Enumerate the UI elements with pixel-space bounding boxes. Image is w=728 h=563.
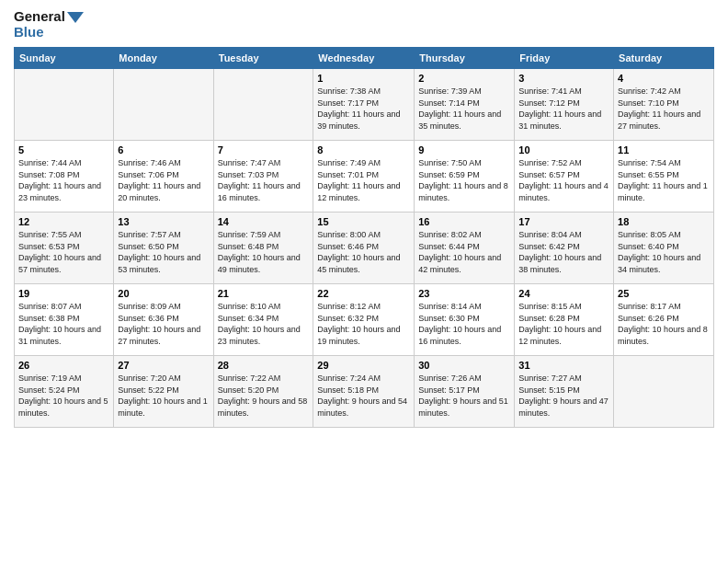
day-number: 1 [317,73,410,84]
day-cell: 21Sunrise: 8:10 AM Sunset: 6:34 PM Dayli… [213,284,313,356]
day-cell: 27Sunrise: 7:20 AM Sunset: 5:22 PM Dayli… [114,356,213,428]
day-cell: 31Sunrise: 7:27 AM Sunset: 5:15 PM Dayli… [515,356,614,428]
day-info: Sunrise: 7:49 AM Sunset: 7:01 PM Dayligh… [317,157,410,203]
day-number: 22 [317,288,410,299]
svg-marker-0 [67,12,84,23]
column-header-wednesday: Wednesday [313,48,415,69]
day-number: 3 [518,73,609,84]
day-number: 24 [518,288,609,299]
day-number: 23 [418,288,510,299]
day-info: Sunrise: 8:02 AM Sunset: 6:44 PM Dayligh… [418,229,510,275]
week-row-3: 12Sunrise: 7:55 AM Sunset: 6:53 PM Dayli… [15,213,714,284]
day-number: 6 [118,144,209,155]
day-number: 27 [118,360,209,371]
day-cell: 15Sunrise: 8:00 AM Sunset: 6:46 PM Dayli… [313,213,415,284]
day-number: 7 [218,144,310,155]
day-info: Sunrise: 8:00 AM Sunset: 6:46 PM Dayligh… [317,229,410,275]
day-info: Sunrise: 8:10 AM Sunset: 6:34 PM Dayligh… [218,301,310,347]
day-cell: 4Sunrise: 7:42 AM Sunset: 7:10 PM Daylig… [614,69,714,141]
day-cell: 25Sunrise: 8:17 AM Sunset: 6:26 PM Dayli… [614,284,714,356]
day-cell: 3Sunrise: 7:41 AM Sunset: 7:12 PM Daylig… [515,69,614,141]
day-info: Sunrise: 7:50 AM Sunset: 6:59 PM Dayligh… [418,157,510,203]
day-cell: 24Sunrise: 8:15 AM Sunset: 6:28 PM Dayli… [515,284,614,356]
day-cell: 29Sunrise: 7:24 AM Sunset: 5:18 PM Dayli… [313,356,415,428]
day-info: Sunrise: 7:57 AM Sunset: 6:50 PM Dayligh… [118,229,209,275]
day-cell: 2Sunrise: 7:39 AM Sunset: 7:14 PM Daylig… [415,69,515,141]
day-info: Sunrise: 7:42 AM Sunset: 7:10 PM Dayligh… [618,86,710,132]
logo: General Blue [14,9,84,40]
week-row-2: 5Sunrise: 7:44 AM Sunset: 7:08 PM Daylig… [15,141,714,213]
day-info: Sunrise: 7:24 AM Sunset: 5:18 PM Dayligh… [317,373,410,419]
day-cell: 13Sunrise: 7:57 AM Sunset: 6:50 PM Dayli… [114,213,213,284]
day-cell: 11Sunrise: 7:54 AM Sunset: 6:55 PM Dayli… [614,141,714,213]
day-cell: 9Sunrise: 7:50 AM Sunset: 6:59 PM Daylig… [415,141,515,213]
header-row: SundayMondayTuesdayWednesdayThursdayFrid… [15,48,714,69]
day-info: Sunrise: 8:15 AM Sunset: 6:28 PM Dayligh… [518,301,609,347]
day-info: Sunrise: 7:44 AM Sunset: 7:08 PM Dayligh… [18,157,109,203]
week-row-5: 26Sunrise: 7:19 AM Sunset: 5:24 PM Dayli… [15,356,714,428]
day-cell: 16Sunrise: 8:02 AM Sunset: 6:44 PM Dayli… [415,213,515,284]
day-info: Sunrise: 7:52 AM Sunset: 6:57 PM Dayligh… [518,157,609,203]
day-cell [114,69,213,141]
day-info: Sunrise: 8:14 AM Sunset: 6:30 PM Dayligh… [418,301,510,347]
day-info: Sunrise: 7:47 AM Sunset: 7:03 PM Dayligh… [218,157,310,203]
column-header-sunday: Sunday [15,48,114,69]
day-cell: 30Sunrise: 7:26 AM Sunset: 5:17 PM Dayli… [415,356,515,428]
column-header-friday: Friday [515,48,614,69]
day-number: 8 [317,144,410,155]
day-cell: 8Sunrise: 7:49 AM Sunset: 7:01 PM Daylig… [313,141,415,213]
day-number: 10 [518,144,609,155]
day-number: 5 [18,144,109,155]
day-number: 25 [618,288,710,299]
column-header-monday: Monday [114,48,213,69]
day-number: 26 [18,360,109,371]
day-info: Sunrise: 7:38 AM Sunset: 7:17 PM Dayligh… [317,86,410,132]
day-cell [213,69,313,141]
day-info: Sunrise: 8:05 AM Sunset: 6:40 PM Dayligh… [618,229,710,275]
day-number: 28 [218,360,310,371]
week-row-1: 1Sunrise: 7:38 AM Sunset: 7:17 PM Daylig… [15,69,714,141]
day-cell: 19Sunrise: 8:07 AM Sunset: 6:38 PM Dayli… [15,284,114,356]
day-number: 2 [418,73,510,84]
day-info: Sunrise: 7:54 AM Sunset: 6:55 PM Dayligh… [618,157,710,203]
day-number: 29 [317,360,410,371]
day-cell: 10Sunrise: 7:52 AM Sunset: 6:57 PM Dayli… [515,141,614,213]
day-cell: 1Sunrise: 7:38 AM Sunset: 7:17 PM Daylig… [313,69,415,141]
day-cell: 18Sunrise: 8:05 AM Sunset: 6:40 PM Dayli… [614,213,714,284]
day-cell: 7Sunrise: 7:47 AM Sunset: 7:03 PM Daylig… [213,141,313,213]
day-number: 12 [18,216,109,227]
day-cell: 28Sunrise: 7:22 AM Sunset: 5:20 PM Dayli… [213,356,313,428]
day-cell: 22Sunrise: 8:12 AM Sunset: 6:32 PM Dayli… [313,284,415,356]
column-header-tuesday: Tuesday [213,48,313,69]
day-number: 21 [218,288,310,299]
day-cell: 12Sunrise: 7:55 AM Sunset: 6:53 PM Dayli… [15,213,114,284]
day-cell: 14Sunrise: 7:59 AM Sunset: 6:48 PM Dayli… [213,213,313,284]
day-info: Sunrise: 7:22 AM Sunset: 5:20 PM Dayligh… [218,373,310,419]
day-number: 30 [418,360,510,371]
header: General Blue [14,9,714,40]
day-number: 20 [118,288,209,299]
day-number: 4 [618,73,710,84]
day-info: Sunrise: 7:46 AM Sunset: 7:06 PM Dayligh… [118,157,209,203]
day-cell: 23Sunrise: 8:14 AM Sunset: 6:30 PM Dayli… [415,284,515,356]
day-info: Sunrise: 7:26 AM Sunset: 5:17 PM Dayligh… [418,373,510,419]
calendar-container: General Blue SundayMondayTuesdayWednesda… [0,0,728,563]
day-info: Sunrise: 7:27 AM Sunset: 5:15 PM Dayligh… [518,373,609,419]
day-number: 31 [518,360,609,371]
day-number: 17 [518,216,609,227]
column-header-saturday: Saturday [614,48,714,69]
day-info: Sunrise: 7:19 AM Sunset: 5:24 PM Dayligh… [18,373,109,419]
day-info: Sunrise: 7:59 AM Sunset: 6:48 PM Dayligh… [218,229,310,275]
day-cell: 6Sunrise: 7:46 AM Sunset: 7:06 PM Daylig… [114,141,213,213]
day-info: Sunrise: 8:04 AM Sunset: 6:42 PM Dayligh… [518,229,609,275]
logo-wordmark: General Blue [14,9,84,40]
column-header-thursday: Thursday [415,48,515,69]
day-number: 14 [218,216,310,227]
day-cell: 5Sunrise: 7:44 AM Sunset: 7:08 PM Daylig… [15,141,114,213]
day-info: Sunrise: 8:12 AM Sunset: 6:32 PM Dayligh… [317,301,410,347]
day-info: Sunrise: 7:39 AM Sunset: 7:14 PM Dayligh… [418,86,510,132]
day-number: 15 [317,216,410,227]
day-info: Sunrise: 7:55 AM Sunset: 6:53 PM Dayligh… [18,229,109,275]
day-info: Sunrise: 8:09 AM Sunset: 6:36 PM Dayligh… [118,301,209,347]
day-number: 19 [18,288,109,299]
